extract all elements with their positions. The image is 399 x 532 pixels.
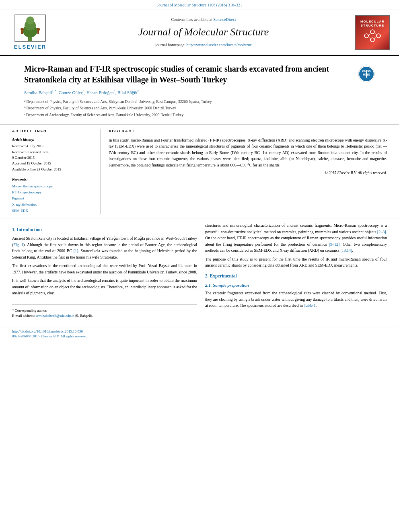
keyword-5: SEM-EDX xyxy=(12,208,96,214)
svg-point-4 xyxy=(21,28,24,31)
svg-line-16 xyxy=(368,37,370,39)
author-bilal: Bilal Söğüt xyxy=(117,90,138,95)
experimental-heading: 2. Experimental xyxy=(205,273,387,279)
journal-title: Journal of Molecular Structure xyxy=(60,25,347,39)
article-info-heading: ARTICLE INFO xyxy=(12,129,96,134)
homepage-url[interactable]: http://www.elsevier.com/locate/molstruc xyxy=(187,43,252,47)
intro-para-1: Ancient Stratonikeia city is located at … xyxy=(12,235,197,260)
authors-line: Semiha Bahçelia, *, Gamze Güleçb, Hasan … xyxy=(24,89,375,96)
history-label: Article history: xyxy=(12,137,96,142)
author-hasan: Hasan Erdoğan xyxy=(86,90,114,95)
right-para-2: The purpose of this study is to present … xyxy=(205,256,387,269)
journal-header: ELSEVIER Contents lists available at Sci… xyxy=(0,10,399,55)
keyword-1: Micro–Raman spectroscopy xyxy=(12,183,96,189)
contents-text: Contents lists available at xyxy=(171,17,212,22)
molecular-structure-logo: MOLECULAR STRUCTURE xyxy=(355,15,391,50)
refs-13-14: [13,14] xyxy=(340,248,352,253)
keyword-2: FT–IR spectroscopy xyxy=(12,189,96,195)
svg-rect-7 xyxy=(37,31,39,34)
article-history-block: Article history: Received 4 July 2015 Re… xyxy=(12,137,96,173)
svg-line-13 xyxy=(368,33,370,36)
elsevier-brand-text: ELSEVIER xyxy=(14,43,46,51)
journal-ref-text: Journal of Molecular Structure 1106 (201… xyxy=(157,3,242,7)
mol-logo-box: MOLECULAR STRUCTURE xyxy=(355,15,390,50)
sample-prep-heading: 2.1. Sample preparation xyxy=(205,282,387,288)
article-info-abstract-section: ARTICLE INFO Article history: Received 4… xyxy=(0,125,399,218)
fig1-ref: Fig. 1 xyxy=(13,242,23,247)
intro-para-2: The first excavations in the mentioned a… xyxy=(12,263,197,275)
corresponding-label: * Corresponding author. xyxy=(12,308,197,314)
svg-rect-5 xyxy=(21,31,23,34)
svg-line-14 xyxy=(374,33,376,35)
keyword-4: X-ray diffraction xyxy=(12,202,96,208)
homepage-prefix: journal homepage: xyxy=(155,43,185,47)
crossmark-icon: cross Mark xyxy=(358,66,375,82)
date-online: Available online 23 October 2015 xyxy=(12,166,96,172)
sample-prep-text: The ceramic fragments excavated from the… xyxy=(205,290,387,309)
intro-para-3: It is well-known that the analysis of th… xyxy=(12,277,197,296)
svg-point-6 xyxy=(37,28,40,31)
mol-structure-diagram xyxy=(360,28,385,44)
body-left-column: 1. Introduction Ancient Stratonikeia cit… xyxy=(12,222,197,319)
ref1: [1] xyxy=(74,249,78,253)
affil-super-b: b xyxy=(24,105,26,110)
crossmark-badge[interactable]: cross Mark xyxy=(358,66,375,84)
history-dates: Received 4 July 2015 Received in revised… xyxy=(12,143,96,172)
affil-text-c: Department of Archaeology, Faculty of Sc… xyxy=(26,112,183,118)
svg-point-11 xyxy=(376,34,380,38)
date-accepted: Accepted 19 October 2015 xyxy=(12,160,96,166)
doi-line: http://dx.doi.org/10.1016/j.molstruc.201… xyxy=(12,329,387,334)
affil-super-c: c xyxy=(24,112,25,117)
main-body: 1. Introduction Ancient Stratonikeia cit… xyxy=(0,218,399,327)
email-link[interactable]: semihabahceli@sdu.edu.tr xyxy=(35,314,74,318)
intro-heading: 1. Introduction xyxy=(12,226,197,233)
keyword-3: Pigment xyxy=(12,195,96,201)
svg-point-3 xyxy=(26,16,34,25)
date-revised-label: Received in revised form xyxy=(12,149,96,155)
abstract-text: In this study, micro-Raman and Fourier t… xyxy=(109,137,387,168)
svg-point-10 xyxy=(370,30,374,34)
table1-ref: Table 1 xyxy=(304,303,316,308)
journal-reference-bar: Journal of Molecular Structure 1106 (201… xyxy=(0,0,399,10)
affiliation-a: a Department of Physics, Faculty of Scie… xyxy=(24,99,375,105)
mol-logo-text-2: STRUCTURE xyxy=(360,24,385,28)
mol-logo-text-1: MOLECULAR xyxy=(360,20,385,24)
email-label: E-mail address: xyxy=(12,314,35,318)
elsevier-tree-icon xyxy=(14,14,46,42)
body-right-column: structures and mineralogical characteriz… xyxy=(205,222,387,319)
affil-super-a: a xyxy=(24,99,26,103)
keywords-label: Keywords: xyxy=(12,177,96,182)
email-suffix: (S. Bahçeli). xyxy=(75,314,93,318)
mol-logo-inner: MOLECULAR STRUCTURE xyxy=(360,20,385,45)
doi-link[interactable]: http://dx.doi.org/10.1016/j.molstruc.201… xyxy=(12,329,83,333)
sciencedirect-line: Contents lists available at ScienceDirec… xyxy=(60,17,347,23)
date-received: Received 4 July 2015 xyxy=(12,143,96,149)
affiliation-b: b Department of Physics, Faculty of Scie… xyxy=(24,105,375,111)
svg-line-15 xyxy=(374,37,376,39)
author-semiha: Semiha Bahçeli xyxy=(24,90,52,95)
article-info-column: ARTICLE INFO Article history: Received 4… xyxy=(12,129,101,214)
date-revised: 9 October 2015 xyxy=(12,155,96,160)
right-para-1: structures and mineralogical characteriz… xyxy=(205,222,387,254)
affiliation-c: c Department of Archaeology, Faculty of … xyxy=(24,112,375,118)
svg-point-12 xyxy=(370,38,374,42)
journal-header-center: Contents lists available at ScienceDirec… xyxy=(52,17,355,47)
email-line: E-mail address: semihabahceli@sdu.edu.tr… xyxy=(12,313,197,319)
svg-point-9 xyxy=(364,34,368,38)
affil-text-a: Department of Physics, Faculty of Scienc… xyxy=(27,99,212,105)
affiliations-block: a Department of Physics, Faculty of Scie… xyxy=(24,99,375,118)
homepage-line: journal homepage: http://www.elsevier.co… xyxy=(60,42,347,48)
elsevier-logo: ELSEVIER xyxy=(8,14,52,51)
sciencedirect-link[interactable]: ScienceDirect xyxy=(213,17,236,22)
refs-9-12: [9–12] xyxy=(329,242,340,246)
refs-2-8: [2–8] xyxy=(377,230,386,234)
abstract-heading: ABSTRACT xyxy=(109,129,387,134)
issn-line: 0022-2860/© 2015 Elsevier B.V. All right… xyxy=(12,334,387,339)
copyright-line: © 2015 Elsevier B.V. All rights reserved… xyxy=(109,170,387,176)
article-title: Micro-Raman and FT-IR spectroscopic stud… xyxy=(24,64,375,85)
article-header: cross Mark Micro-Raman and FT-IR spectro… xyxy=(0,56,399,124)
abstract-column: ABSTRACT In this study, micro-Raman and … xyxy=(109,129,387,214)
footer-bar: http://dx.doi.org/10.1016/j.molstruc.201… xyxy=(0,327,399,341)
keywords-block: Keywords: Micro–Raman spectroscopy FT–IR… xyxy=(12,177,96,214)
author-gamze: Gamze Güleç xyxy=(59,90,83,95)
